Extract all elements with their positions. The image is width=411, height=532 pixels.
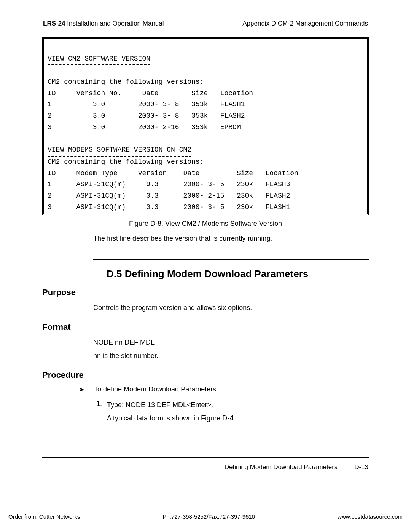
manual-code: LRS-24: [43, 20, 65, 27]
modem-row: 2 ASMI-31CQ(m) 0.3 2000- 2-15 230k FLASH…: [48, 192, 290, 200]
footer-rule: [42, 457, 369, 458]
terminal-output: VIEW CM2 SOFTWARE VERSION CM2 containing…: [42, 37, 369, 215]
body-line: The first line describes the version tha…: [93, 235, 382, 243]
footer-section-name: Defining Modem Download Parameters: [225, 463, 338, 471]
modem-table-head: ID Modem Type Version Date Size Location: [48, 169, 298, 177]
purpose-label: Purpose: [42, 288, 382, 297]
page-header: LRS-24 Installation and Operation Manual…: [29, 20, 382, 27]
step-row: 1. Type: NODE 13 DEF MDL<Enter>.: [96, 400, 382, 411]
modem-row: 1 ASMI-31CQ(m) 9.3 2000- 3- 5 230k FLASH…: [48, 181, 290, 188]
arrow-icon: ➤: [79, 385, 87, 394]
footer-page-number: D-13: [354, 463, 368, 471]
step-body: Type: NODE 13 DEF MDL<Enter>.: [107, 400, 213, 411]
format-line2: nn is the slot number.: [93, 351, 382, 361]
header-left: LRS-24 Installation and Operation Manual: [43, 20, 164, 27]
figure-caption: Figure D-8. View CM2 / Modems Software V…: [29, 220, 382, 228]
order-from: Order from: Cutter Networks: [8, 513, 80, 520]
modem-row: 3 ASMI-31CQ(m) 0.3 2000- 3- 5 230k FLASH…: [48, 203, 290, 211]
terminal-intro2: CM2 containing the following versions:: [48, 158, 204, 166]
header-right: Appendix D CM-2 Management Commands: [242, 20, 368, 27]
footer-url: www.bestdatasource.com: [338, 513, 403, 520]
format-line1: NODE nn DEF MDL: [93, 337, 382, 348]
step-note: A typical data form is shown in Figure D…: [107, 414, 382, 422]
section-rule: [93, 258, 369, 260]
procedure-intro-row: ➤ To define Modem Download Parameters:: [79, 385, 382, 394]
page-footer-line: Defining Modem Download Parameters D-13: [225, 463, 368, 471]
section-title: D.5 Defining Modem Download Parameters: [107, 268, 382, 280]
terminal-section2-title: VIEW MODEMS SOFTWARE VERSION ON CM2: [48, 144, 191, 157]
procedure-intro: To define Modem Download Parameters:: [94, 385, 218, 393]
cm2-row: 2 3.0 2000- 3- 8 353k FLASH2: [48, 112, 245, 120]
manual-title: Installation and Operation Manual: [65, 20, 164, 27]
step-number: 1.: [96, 400, 107, 408]
cm2-row: 3 3.0 2000- 2-16 353k EPROM: [48, 123, 241, 131]
procedure-label: Procedure: [42, 370, 382, 380]
step-type-word: Type:: [107, 401, 126, 409]
phone-fax: Ph:727-398-5252/Fax:727-397-9610: [162, 513, 255, 520]
terminal-intro1: CM2 containing the following versions:: [48, 78, 204, 86]
step-cmd: NODE 13 DEF MDL<Enter>.: [126, 401, 213, 409]
terminal-section1-title: VIEW CM2 SOFTWARE VERSION: [48, 53, 150, 66]
cm2-row: 1 3.0 2000- 3- 8 353k FLASH1: [48, 101, 245, 108]
cm2-table-head: ID Version No. Date Size Location: [48, 89, 253, 97]
bottom-strip: Order from: Cutter Networks Ph:727-398-5…: [0, 513, 411, 520]
format-label: Format: [42, 322, 382, 332]
purpose-text: Controls the program version and allows …: [93, 303, 382, 313]
